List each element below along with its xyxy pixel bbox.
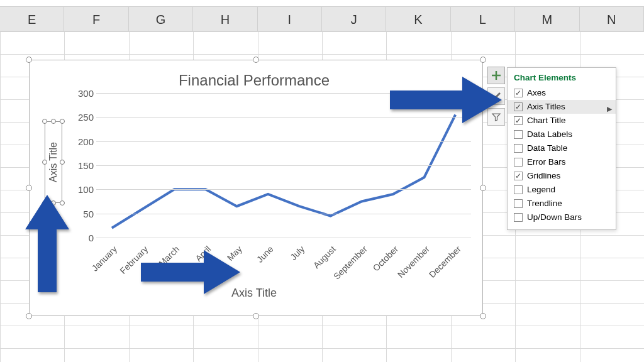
- column-header[interactable]: M: [515, 7, 579, 31]
- resize-handle[interactable]: [480, 57, 486, 63]
- resize-handle[interactable]: [42, 160, 47, 165]
- x-tick-label: December: [426, 244, 462, 280]
- checkbox[interactable]: ✓: [514, 172, 523, 180]
- checkbox[interactable]: ✓: [514, 102, 523, 111]
- y-axis-title[interactable]: Axis Title: [48, 142, 59, 182]
- resize-handle[interactable]: [60, 119, 65, 124]
- option-label: Up/Down Bars: [527, 211, 582, 224]
- y-tick-label: 100: [72, 184, 94, 195]
- checkbox[interactable]: [514, 130, 523, 139]
- option-label: Gridlines: [527, 170, 560, 182]
- column-header[interactable]: J: [322, 7, 386, 31]
- resize-handle[interactable]: [480, 313, 486, 319]
- flyout-title: Chart Elements: [508, 72, 616, 86]
- y-tick-label: 250: [72, 112, 94, 123]
- checkbox[interactable]: [514, 199, 523, 208]
- checkbox[interactable]: ✓: [514, 116, 523, 125]
- column-header[interactable]: K: [386, 7, 450, 31]
- chart-elements-flyout: Chart Elements ✓Axes✓Axis Titles▶✓Chart …: [507, 67, 616, 230]
- column-header[interactable]: N: [580, 7, 644, 31]
- option-label: Error Bars: [527, 156, 566, 168]
- option-label: Data Labels: [527, 128, 572, 141]
- checkbox[interactable]: [514, 185, 523, 194]
- y-axis-title-box[interactable]: Axis Title: [45, 121, 62, 203]
- gridline: [96, 238, 471, 238]
- chart-element-option[interactable]: ✓Chart Title: [508, 114, 616, 128]
- resize-handle[interactable]: [42, 119, 47, 124]
- submenu-caret-icon: ▶: [607, 102, 612, 115]
- x-tick-label: October: [371, 244, 401, 273]
- option-label: Axes: [527, 87, 546, 99]
- column-header[interactable]: L: [451, 7, 515, 31]
- svg-marker-2: [390, 77, 502, 123]
- y-tick-label: 300: [72, 88, 94, 99]
- resize-handle[interactable]: [26, 313, 32, 319]
- gridline: [96, 214, 471, 214]
- gridline: [96, 165, 471, 166]
- column-header[interactable]: H: [193, 7, 257, 31]
- column-header[interactable]: G: [129, 7, 193, 31]
- chart-element-option[interactable]: Data Table: [508, 141, 616, 155]
- y-tick-label: 200: [72, 136, 94, 146]
- y-tick-label: 0: [72, 233, 94, 243]
- option-label: Legend: [527, 184, 555, 196]
- chart-element-option[interactable]: Error Bars: [508, 155, 616, 169]
- resize-handle[interactable]: [480, 185, 486, 191]
- resize-handle[interactable]: [253, 313, 259, 319]
- column-header[interactable]: E: [0, 7, 64, 31]
- option-label: Chart Title: [527, 114, 566, 127]
- resize-handle[interactable]: [26, 57, 32, 63]
- gridline: [96, 141, 471, 142]
- gridline: [96, 189, 471, 190]
- x-tick-label: November: [396, 244, 431, 280]
- x-axis-title[interactable]: Axis Title: [37, 287, 471, 300]
- checkbox[interactable]: ✓: [514, 89, 523, 97]
- resize-handle[interactable]: [253, 57, 259, 63]
- resize-handle[interactable]: [51, 119, 56, 124]
- option-label: Axis Titles: [527, 101, 565, 113]
- resize-handle[interactable]: [60, 160, 65, 165]
- checkbox[interactable]: [514, 158, 523, 167]
- y-tick-label: 50: [72, 208, 94, 219]
- option-label: Trendline: [527, 197, 562, 210]
- chart-element-option[interactable]: ✓Gridlines: [508, 169, 616, 183]
- chart-element-option[interactable]: ✓Axes: [508, 86, 616, 100]
- x-tick-label: January: [90, 244, 119, 273]
- checkbox[interactable]: [514, 144, 523, 153]
- arrow-annotation: [141, 250, 242, 294]
- column-header[interactable]: I: [258, 7, 322, 31]
- arrow-annotation: [390, 77, 503, 123]
- arrow-annotation: [25, 195, 69, 295]
- chart-element-option[interactable]: ✓Axis Titles▶: [508, 100, 616, 114]
- chart-element-option[interactable]: Legend: [508, 183, 616, 197]
- resize-handle[interactable]: [26, 185, 32, 191]
- chart-element-option[interactable]: Data Labels: [508, 128, 616, 141]
- x-tick-label: July: [288, 244, 306, 262]
- chart-element-option[interactable]: Trendline: [508, 197, 616, 211]
- svg-marker-0: [25, 195, 69, 292]
- checkbox[interactable]: [514, 213, 523, 222]
- option-label: Data Table: [527, 142, 567, 155]
- y-tick-label: 150: [72, 160, 94, 171]
- svg-marker-1: [141, 250, 240, 294]
- x-tick-label: June: [255, 244, 275, 265]
- column-header[interactable]: F: [64, 7, 128, 31]
- column-headers: EFGHIJKLMN: [0, 6, 644, 31]
- chart-element-option[interactable]: Up/Down Bars: [508, 211, 616, 224]
- x-tick-label: August: [311, 244, 338, 270]
